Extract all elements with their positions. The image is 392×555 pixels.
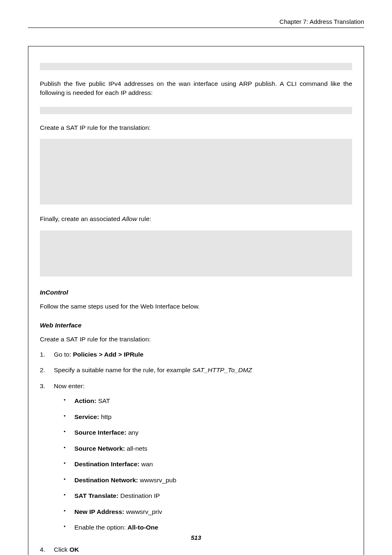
bullet-source-interface: Source Interface: any xyxy=(64,428,352,437)
content-box: Publish the five public IPv4 addresses o… xyxy=(28,46,364,555)
step-2: 2. Specify a suitable name for the rule,… xyxy=(40,366,352,375)
bullet-label: Source Interface: xyxy=(74,429,127,436)
header-rule: Chapter 7: Address Translation xyxy=(28,18,364,28)
step4-bold: OK xyxy=(69,546,79,553)
page-container: Chapter 7: Address Translation Publish t… xyxy=(0,0,392,555)
code-placeholder-4 xyxy=(40,230,352,276)
step4-prefix: Click xyxy=(54,546,69,553)
bullet-label: Destination Interface: xyxy=(74,461,139,467)
bullet-label: New IP Address: xyxy=(74,508,124,515)
step2-ital: SAT_HTTP_To_DMZ xyxy=(192,366,252,373)
bullet-source-network: Source Network: all-nets xyxy=(64,444,352,453)
bullet-value: any xyxy=(127,429,138,436)
bullet-value: wan xyxy=(139,461,153,467)
bullet-new-ip: New IP Address: wwwsrv_priv xyxy=(64,507,352,516)
step-4: 4. Click OK xyxy=(40,545,352,554)
bullet-value: Destination IP xyxy=(120,492,160,499)
bullet-label: Action: xyxy=(74,397,96,404)
chapter-header: Chapter 7: Address Translation xyxy=(28,18,364,28)
step1-prefix: Go to: xyxy=(54,351,73,358)
step3-text: Now enter: xyxy=(54,382,85,389)
bullet-value: http xyxy=(99,413,111,420)
bullet-bold: All-to-One xyxy=(127,524,158,531)
code-placeholder-1 xyxy=(40,63,352,70)
code-placeholder-3 xyxy=(40,139,352,205)
step-number: 1. xyxy=(40,350,54,359)
bullet-service: Service: http xyxy=(64,412,352,421)
step2-prefix: Specify a suitable name for the rule, fo… xyxy=(54,366,192,373)
step-body: Click OK xyxy=(54,545,352,554)
step-body: Go to: Policies > Add > IPRule xyxy=(54,350,352,359)
webinterface-intro: Create a SAT IP rule for the translation… xyxy=(40,335,352,344)
bullet-destination-interface: Destination Interface: wan xyxy=(64,460,352,469)
steps-list: 1. Go to: Policies > Add > IPRule 2. Spe… xyxy=(40,350,352,555)
step-1: 1. Go to: Policies > Add > IPRule xyxy=(40,350,352,359)
paragraph-arp-publish: Publish the five public IPv4 addresses o… xyxy=(40,79,352,98)
bullet-action: Action: SAT xyxy=(64,396,352,405)
bullet-value: SAT xyxy=(96,397,110,404)
step1-bold: Policies > Add > IPRule xyxy=(73,351,144,358)
page-number: 513 xyxy=(0,534,392,541)
bullet-value: wwwsrv_priv xyxy=(124,508,162,515)
incontrol-text: Follow the same steps used for the Web I… xyxy=(40,302,352,311)
step-number: 4. xyxy=(40,545,54,554)
bullet-label: Destination Network: xyxy=(74,477,138,484)
para3-prefix: Finally, create an associated xyxy=(40,215,122,222)
bullet-label: SAT Translate: xyxy=(74,492,120,499)
bullet-value: wwwsrv_pub xyxy=(138,477,176,484)
bullet-all-to-one: Enable the option: All-to-One xyxy=(64,523,352,532)
step-body: Specify a suitable name for the rule, fo… xyxy=(54,366,352,375)
step-number: 3. xyxy=(40,382,54,539)
step-number: 2. xyxy=(40,366,54,375)
bullet-label: Source Network: xyxy=(74,445,125,452)
code-placeholder-2 xyxy=(40,107,352,114)
bullet-prefix: Enable the option: xyxy=(74,524,127,531)
step-3: 3. Now enter: Action: SAT Service: http … xyxy=(40,382,352,539)
paragraph-sat-rule: Create a SAT IP rule for the translation… xyxy=(40,123,352,132)
bullet-destination-network: Destination Network: wwwsrv_pub xyxy=(64,476,352,485)
step-body: Now enter: Action: SAT Service: http Sou… xyxy=(54,382,352,539)
bullet-label: Service: xyxy=(74,413,99,420)
incontrol-heading: InControl xyxy=(40,289,352,296)
bullet-sat-translate: SAT Translate: Destination IP xyxy=(64,491,352,500)
paragraph-allow-rule: Finally, create an associated Allow rule… xyxy=(40,214,352,223)
bullet-value: all-nets xyxy=(125,445,147,452)
webinterface-heading: Web Interface xyxy=(40,322,352,329)
bullets-list: Action: SAT Service: http Source Interfa… xyxy=(54,396,352,532)
para3-allow-ital: Allow xyxy=(122,215,137,222)
para3-suffix: rule: xyxy=(137,215,151,222)
